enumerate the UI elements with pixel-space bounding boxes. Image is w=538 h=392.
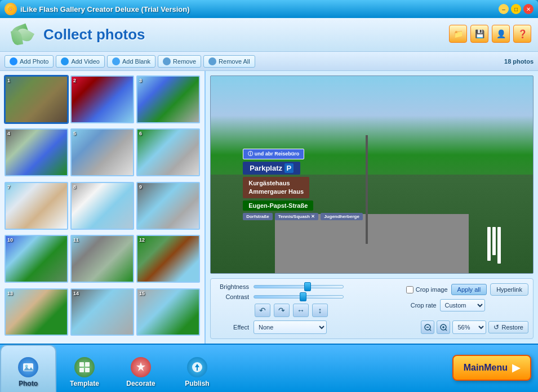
add-blank-label: Add Blank <box>122 58 150 65</box>
remove-button[interactable]: Remove <box>158 55 201 68</box>
svg-line-6 <box>445 329 447 331</box>
sidebar-item-photo[interactable]: Photo <box>0 345 56 392</box>
svg-rect-12 <box>79 368 84 372</box>
photo-thumbnail <box>72 183 133 229</box>
zoom-controls: 25% 50% 56% 75% 100% ↺ Restore <box>421 320 528 334</box>
decorate-nav-label: Decorate <box>126 380 155 387</box>
flip-vertical-button[interactable]: ↕ <box>312 304 328 317</box>
sign-item: Parkplatz P <box>243 162 300 175</box>
header: Collect photos 📁 💾 👤 ❓ <box>0 18 538 52</box>
app-title: iLike Flash Gallery Creator Deluxe (Tria… <box>20 5 499 14</box>
crop-image-checkbox[interactable] <box>406 286 413 293</box>
table-row[interactable]: 15 <box>136 288 200 336</box>
photo-thumbnail <box>72 77 133 122</box>
photo-number: 7 <box>7 184 10 190</box>
zoom-out-button[interactable] <box>421 320 434 334</box>
crop-image-label[interactable]: Crop image <box>406 286 448 293</box>
zoom-dropdown[interactable]: 25% 50% 56% 75% 100% <box>452 320 486 334</box>
decorate-nav-icon <box>131 357 151 377</box>
table-row[interactable]: 2 <box>70 75 134 123</box>
fence <box>487 227 501 264</box>
table-row[interactable]: 11 <box>70 235 134 283</box>
signs-group: ⓘ und abr Reisebüro Parkplatz P Kurgäste… <box>243 115 517 253</box>
photo-number: 8 <box>73 184 76 190</box>
table-row[interactable]: 7 <box>5 182 68 230</box>
sign-item: Dorfstraße <box>243 213 272 220</box>
minimize-button[interactable]: – <box>499 4 509 14</box>
brightness-slider-thumb[interactable] <box>304 282 311 291</box>
app-icon: 🌼 <box>5 3 17 15</box>
brightness-row: Brightness <box>215 283 402 290</box>
main-menu-label: MainMenu <box>464 363 508 373</box>
photo-thumbnail <box>137 236 199 282</box>
table-row[interactable]: 8 <box>70 182 134 230</box>
controls-top: Brightness Contrast <box>215 283 528 317</box>
restore-button[interactable]: ↺ Restore <box>488 321 528 333</box>
table-row[interactable]: 4 <box>5 128 68 176</box>
close-button[interactable]: ✕ <box>523 4 533 14</box>
open-folder-button[interactable]: 📁 <box>449 25 467 43</box>
brightness-slider-track[interactable] <box>254 285 344 288</box>
contrast-slider-thumb[interactable] <box>300 292 306 301</box>
apply-all-label: Apply all <box>457 286 481 293</box>
table-row[interactable]: 6 <box>136 128 200 176</box>
zoom-in-button[interactable] <box>437 320 450 334</box>
contrast-label: Contrast <box>215 293 249 300</box>
contrast-slider-track[interactable] <box>254 295 344 299</box>
add-video-button[interactable]: Add Video <box>56 55 105 68</box>
effect-dropdown[interactable]: None Blur Grayscale Sepia Glow <box>254 320 327 334</box>
help-button[interactable]: ❓ <box>513 25 531 43</box>
crop-rate-label: Crop rate <box>411 302 437 309</box>
table-row[interactable]: 3 <box>136 75 200 123</box>
photo-number: 3 <box>139 78 142 83</box>
svg-line-2 <box>429 329 431 331</box>
table-row[interactable]: 13 <box>5 288 68 336</box>
add-photo-button[interactable]: Add Photo <box>5 55 54 68</box>
crop-top-row: Crop image Apply all Hyperlink <box>406 283 528 296</box>
contrast-row: Contrast <box>215 293 402 300</box>
table-row[interactable]: 10 <box>5 235 68 283</box>
flip-horizontal-button[interactable]: ↔ <box>293 304 309 317</box>
title-bar: 🌼 iLike Flash Gallery Creator Deluxe (Tr… <box>0 0 538 18</box>
sign-item: Jugendherberge <box>321 213 363 220</box>
table-row[interactable]: 1 <box>5 75 68 123</box>
table-row[interactable]: 5 <box>70 128 134 176</box>
table-row[interactable]: 14 <box>70 288 134 336</box>
remove-label: Remove <box>173 58 196 65</box>
save-button[interactable]: 💾 <box>470 25 488 43</box>
main-menu-button[interactable]: MainMenu ▶ <box>452 355 531 381</box>
page-title: Collect photos <box>43 26 145 43</box>
sidebar-item-template[interactable]: Template <box>56 345 113 392</box>
photo-grid: 1 2 3 4 5 <box>0 71 204 344</box>
table-row[interactable]: 9 <box>136 182 200 230</box>
rotate-left-button[interactable]: ↶ <box>255 304 270 317</box>
remove-all-label: Remove All <box>219 58 250 65</box>
remove-all-icon <box>208 57 216 65</box>
rotate-right-button[interactable]: ↷ <box>274 304 290 317</box>
app-logo <box>7 21 38 48</box>
sign-item: Tennis/Squash ✕ <box>275 213 319 220</box>
photo-nav-label: Photo <box>19 380 38 387</box>
publish-nav-icon <box>187 357 207 377</box>
photo-thumbnail <box>72 289 133 335</box>
user-button[interactable]: 👤 <box>492 25 510 43</box>
table-row[interactable]: 12 <box>136 235 200 283</box>
photo-thumbnail <box>6 183 67 229</box>
remove-all-button[interactable]: Remove All <box>203 55 255 68</box>
sign-item: KurgästehausAmmergauer Haus <box>243 177 309 199</box>
photo-number: 12 <box>139 237 145 243</box>
crop-rate-dropdown[interactable]: Custom 4:3 16:9 1:1 <box>440 299 485 311</box>
preview-container: ⓘ und abr Reisebüro Parkplatz P Kurgäste… <box>210 75 533 274</box>
add-blank-button[interactable]: Add Blank <box>107 55 155 68</box>
photo-number: 14 <box>73 291 79 296</box>
sidebar-item-publish[interactable]: Publish <box>169 345 225 392</box>
photo-count: 18 photos <box>504 58 533 65</box>
hyperlink-button[interactable]: Hyperlink <box>490 283 528 296</box>
maximize-button[interactable]: □ <box>511 4 521 14</box>
zoom-out-icon <box>424 324 432 331</box>
publish-icon <box>191 361 203 373</box>
sidebar-item-decorate[interactable]: Decorate <box>113 345 169 392</box>
apply-all-button[interactable]: Apply all <box>451 284 487 295</box>
controls-panel: Brightness Contrast <box>210 278 533 339</box>
window-controls: – □ ✕ <box>499 4 533 14</box>
